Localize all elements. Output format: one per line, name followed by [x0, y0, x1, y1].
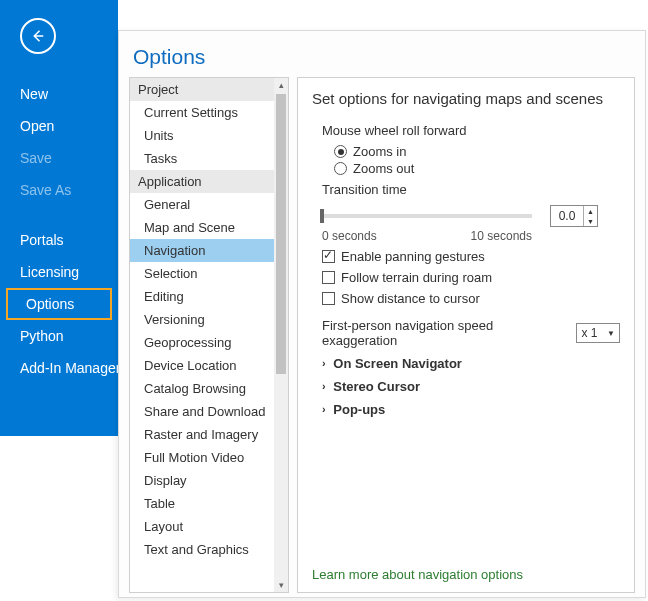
options-detail-pane: Set options for navigating maps and scen… [297, 77, 635, 593]
transition-time-label: Transition time [322, 182, 620, 197]
checkbox-icon [322, 250, 335, 263]
category-item-table[interactable]: Table [130, 492, 276, 515]
chevron-right-icon: › [322, 357, 326, 369]
expander-pop-ups[interactable]: › Pop-ups [322, 402, 620, 417]
category-header: Project [130, 78, 276, 101]
rail-item-save[interactable]: Save [0, 142, 118, 174]
scroll-up-icon[interactable]: ▴ [274, 78, 288, 92]
category-header: Application [130, 170, 276, 193]
category-item-raster-and-imagery[interactable]: Raster and Imagery [130, 423, 276, 446]
expander-stereo-cursor[interactable]: › Stereo Cursor [322, 379, 620, 394]
select-value: x 1 [581, 326, 597, 340]
category-item-current-settings[interactable]: Current Settings [130, 101, 276, 124]
radio-zooms-in[interactable]: Zooms in [334, 144, 620, 159]
category-list: ProjectCurrent SettingsUnitsTasksApplica… [129, 77, 289, 593]
speed-label: First-person navigation speed exaggerati… [322, 318, 568, 348]
transition-slider[interactable] [322, 214, 532, 218]
category-item-geoprocessing[interactable]: Geoprocessing [130, 331, 276, 354]
category-item-map-and-scene[interactable]: Map and Scene [130, 216, 276, 239]
chevron-right-icon: › [322, 403, 326, 415]
back-arrow-icon [29, 27, 47, 45]
category-item-units[interactable]: Units [130, 124, 276, 147]
check-panning-gestures[interactable]: Enable panning gestures [322, 249, 620, 264]
detail-heading: Set options for navigating maps and scen… [312, 90, 620, 107]
category-item-display[interactable]: Display [130, 469, 276, 492]
chevron-down-icon: ▼ [607, 329, 615, 338]
radio-zooms-out[interactable]: Zooms out [334, 161, 620, 176]
radio-label: Zooms out [353, 161, 414, 176]
mouse-wheel-label: Mouse wheel roll forward [322, 123, 620, 138]
check-show-distance[interactable]: Show distance to cursor [322, 291, 620, 306]
rail-item-portals[interactable]: Portals [0, 224, 118, 256]
category-item-versioning[interactable]: Versioning [130, 308, 276, 331]
expander-label: On Screen Navigator [330, 356, 462, 371]
category-item-general[interactable]: General [130, 193, 276, 216]
radio-icon [334, 145, 347, 158]
category-item-tasks[interactable]: Tasks [130, 147, 276, 170]
radio-label: Zooms in [353, 144, 406, 159]
category-item-layout[interactable]: Layout [130, 515, 276, 538]
speed-select[interactable]: x 1 ▼ [576, 323, 620, 343]
category-item-full-motion-video[interactable]: Full Motion Video [130, 446, 276, 469]
backstage-rail: NewOpenSaveSave AsPortalsLicensingOption… [0, 0, 118, 436]
check-label: Show distance to cursor [341, 291, 480, 306]
rail-item-save-as[interactable]: Save As [0, 174, 118, 206]
back-button[interactable] [20, 18, 56, 54]
transition-spinbox[interactable]: 0.0 ▲ ▼ [550, 205, 598, 227]
spin-down-icon[interactable]: ▼ [583, 216, 597, 226]
scrollbar-thumb[interactable] [276, 94, 286, 374]
chevron-right-icon: › [322, 380, 326, 392]
expander-label: Stereo Cursor [330, 379, 420, 394]
expander-label: Pop-ups [330, 402, 386, 417]
category-item-text-and-graphics[interactable]: Text and Graphics [130, 538, 276, 561]
checkbox-icon [322, 292, 335, 305]
radio-icon [334, 162, 347, 175]
category-item-selection[interactable]: Selection [130, 262, 276, 285]
category-item-catalog-browsing[interactable]: Catalog Browsing [130, 377, 276, 400]
rail-item-open[interactable]: Open [0, 110, 118, 142]
rail-item-new[interactable]: New [0, 78, 118, 110]
slider-min-label: 0 seconds [322, 229, 377, 243]
category-item-navigation[interactable]: Navigation [130, 239, 276, 262]
slider-max-label: 10 seconds [471, 229, 532, 243]
category-item-share-and-download[interactable]: Share and Download [130, 400, 276, 423]
category-scrollbar[interactable]: ▴ ▾ [274, 78, 288, 592]
rail-item-add-in-manager[interactable]: Add-In Manager [0, 352, 118, 384]
learn-more-link[interactable]: Learn more about navigation options [312, 567, 523, 582]
spin-value: 0.0 [551, 209, 583, 223]
category-item-device-location[interactable]: Device Location [130, 354, 276, 377]
panel-title: Options [119, 31, 645, 77]
scroll-down-icon[interactable]: ▾ [274, 578, 288, 592]
checkbox-icon [322, 271, 335, 284]
check-label: Enable panning gestures [341, 249, 485, 264]
slider-thumb[interactable] [320, 209, 324, 223]
check-label: Follow terrain during roam [341, 270, 492, 285]
check-follow-terrain[interactable]: Follow terrain during roam [322, 270, 620, 285]
category-item-editing[interactable]: Editing [130, 285, 276, 308]
expander-on-screen-navigator[interactable]: › On Screen Navigator [322, 356, 620, 371]
rail-item-licensing[interactable]: Licensing [0, 256, 118, 288]
rail-item-options[interactable]: Options [6, 288, 112, 320]
spin-up-icon[interactable]: ▲ [583, 206, 597, 216]
options-panel: Options ProjectCurrent SettingsUnitsTask… [118, 30, 646, 598]
rail-item-python[interactable]: Python [0, 320, 118, 352]
